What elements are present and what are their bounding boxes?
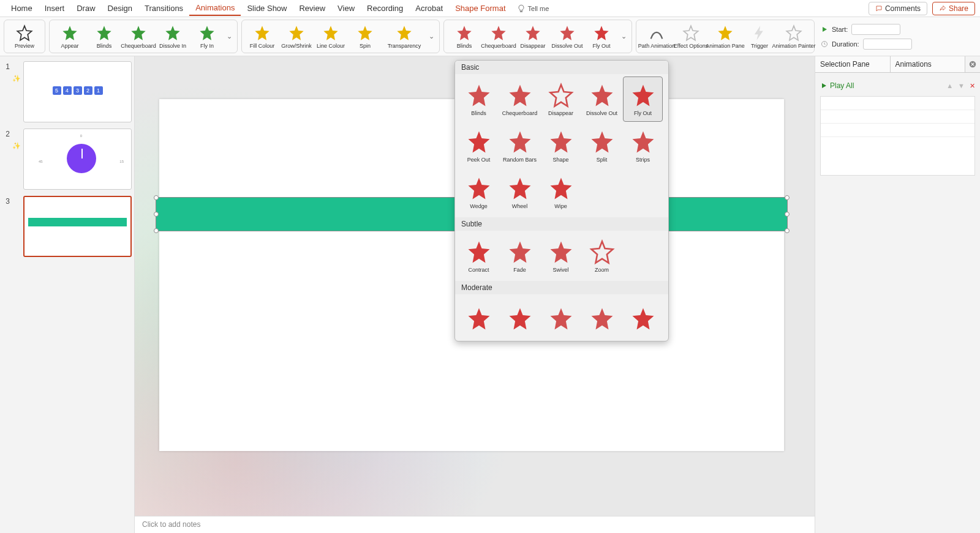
anim-dissolvein[interactable]: Dissolve In	[156, 24, 189, 49]
anim-chequerboard-in[interactable]: Chequerboard	[122, 24, 155, 49]
anim-dissolveout[interactable]: Dissolve Out	[551, 24, 584, 49]
anim-transparency[interactable]: Transparency	[383, 24, 426, 49]
gal-moderate-2[interactable]	[500, 297, 540, 341]
anim-disappear[interactable]: Disappear	[516, 24, 549, 49]
gal-flyout[interactable]: Fly Out	[623, 76, 663, 122]
clock-icon	[821, 40, 828, 48]
list-item[interactable]	[821, 110, 974, 124]
gal-chequerboard[interactable]: Chequerboard	[500, 76, 540, 122]
gal-peekout[interactable]: Peek Out	[459, 123, 499, 168]
gal-split[interactable]: Split	[582, 123, 622, 168]
gal-zoom[interactable]: Zoom	[582, 233, 622, 278]
gal-moderate-4[interactable]	[582, 297, 622, 341]
tab-insert[interactable]: Insert	[39, 1, 71, 15]
tab-acrobat[interactable]: Acrobat	[409, 1, 449, 15]
notes-pane[interactable]: Click to add notes	[135, 516, 815, 533]
move-down-button[interactable]: ▼	[958, 82, 965, 90]
anim-spin[interactable]: Spin	[349, 24, 382, 49]
gal-fade[interactable]: Fade	[500, 233, 540, 278]
entrance-gallery: Appear Blinds Chequerboard Dissolve In F…	[49, 20, 238, 53]
anim-flyin[interactable]: Fly In	[190, 24, 224, 49]
gal-moderate-1[interactable]	[459, 297, 499, 341]
star-icon	[524, 24, 541, 42]
close-icon	[968, 60, 977, 69]
anim-appear[interactable]: Appear	[53, 24, 86, 49]
animation-pane-button[interactable]: Animation Pane	[709, 24, 742, 49]
path-animation-button[interactable]: Path Animation	[640, 24, 673, 49]
tab-draw[interactable]: Draw	[70, 1, 101, 15]
advanced-group: Path Animation Effect Options Animation …	[636, 20, 815, 53]
anim-blinds-in[interactable]: Blinds	[88, 24, 121, 49]
emphasis-more-button[interactable]: ⌄	[427, 32, 435, 40]
list-item[interactable]	[821, 97, 974, 110]
tab-home[interactable]: Home	[5, 1, 39, 15]
tab-view[interactable]: View	[331, 1, 361, 15]
effect-options-button[interactable]: Effect Options	[674, 24, 707, 49]
comments-button[interactable]: Comments	[869, 2, 927, 15]
anim-blinds-out[interactable]: Blinds	[448, 24, 481, 49]
slide-thumb-1[interactable]: 5 4 3 2 1	[23, 61, 132, 122]
slide-editor[interactable]: Basic Blinds Chequerboard Disappear Diss…	[135, 56, 815, 533]
animation-list[interactable]	[820, 96, 975, 176]
star-icon	[288, 24, 305, 42]
gal-dissolveout[interactable]: Dissolve Out	[582, 76, 622, 122]
star-icon	[785, 24, 802, 42]
pane-close-button[interactable]	[965, 56, 980, 72]
gal-wheel[interactable]: Wheel	[500, 170, 540, 215]
list-item[interactable]	[821, 124, 974, 137]
star-icon	[322, 24, 339, 42]
gal-shape[interactable]: Shape	[541, 123, 581, 168]
move-up-button[interactable]: ▲	[946, 82, 953, 90]
star-icon	[682, 24, 699, 42]
star-icon	[356, 24, 374, 42]
star-icon	[717, 24, 734, 42]
star-icon	[456, 24, 473, 42]
duration-input[interactable]	[863, 39, 912, 50]
gal-contract[interactable]: Contract	[459, 233, 499, 278]
slide-thumbnails[interactable]: 1 ✨ 5 4 3 2 1 2 ✨ 0 15 30 45	[0, 56, 135, 533]
gal-strips[interactable]: Strips	[623, 123, 663, 168]
exit-more-button[interactable]: ⌄	[619, 32, 628, 40]
gallery-section-moderate: Moderate	[455, 281, 668, 294]
slide-thumb-2[interactable]: 0 15 30 45	[23, 129, 132, 190]
entrance-more-button[interactable]: ⌄	[225, 32, 233, 40]
tab-animations[interactable]: Animations	[189, 1, 241, 16]
play-all-button[interactable]: Play All	[820, 78, 854, 94]
tab-design[interactable]: Design	[102, 1, 138, 15]
anim-fillcolour[interactable]: Fill Colour	[246, 24, 279, 49]
anim-indicator-icon: ✨	[12, 129, 21, 190]
star-icon	[559, 24, 576, 42]
tab-transitions[interactable]: Transitions	[138, 1, 189, 15]
tab-recording[interactable]: Recording	[361, 1, 409, 15]
preview-button[interactable]: Preview	[8, 24, 41, 49]
star-icon	[254, 24, 271, 42]
gal-moderate-3[interactable]	[541, 297, 581, 341]
gallery-section-basic: Basic	[455, 61, 668, 74]
trigger-button[interactable]: Trigger	[743, 24, 776, 49]
anim-growshrink[interactable]: Grow/Shrink	[280, 24, 313, 49]
gal-moderate-5[interactable]	[623, 297, 663, 341]
animations-pane-tab[interactable]: Animations	[891, 56, 966, 72]
preview-icon	[16, 24, 33, 42]
lightning-icon	[751, 24, 768, 42]
gal-wedge[interactable]: Wedge	[459, 170, 499, 215]
animation-painter-button[interactable]: Animation Painter	[777, 24, 810, 49]
share-button[interactable]: Share	[932, 2, 975, 15]
anim-flyout[interactable]: Fly Out	[585, 24, 618, 49]
anim-linecolour[interactable]: Line Colour	[314, 24, 347, 49]
play-icon	[821, 26, 828, 33]
tell-me[interactable]: Tell me	[517, 4, 549, 13]
tab-slideshow[interactable]: Slide Show	[241, 1, 293, 15]
gal-wipe[interactable]: Wipe	[541, 170, 581, 215]
anim-chequerboard-out[interactable]: Chequerboard	[482, 24, 515, 49]
delete-anim-button[interactable]: ✕	[970, 82, 975, 90]
selection-pane-tab[interactable]: Selection Pane	[815, 56, 891, 72]
gal-disappear[interactable]: Disappear	[541, 76, 581, 122]
gal-swivel[interactable]: Swivel	[541, 233, 581, 278]
tab-shape-format[interactable]: Shape Format	[449, 1, 511, 15]
tab-review[interactable]: Review	[293, 1, 331, 15]
slide-thumb-3[interactable]	[23, 196, 132, 257]
start-input[interactable]	[851, 24, 900, 35]
gal-blinds[interactable]: Blinds	[459, 76, 499, 122]
gal-randombars[interactable]: Random Bars	[500, 123, 540, 168]
